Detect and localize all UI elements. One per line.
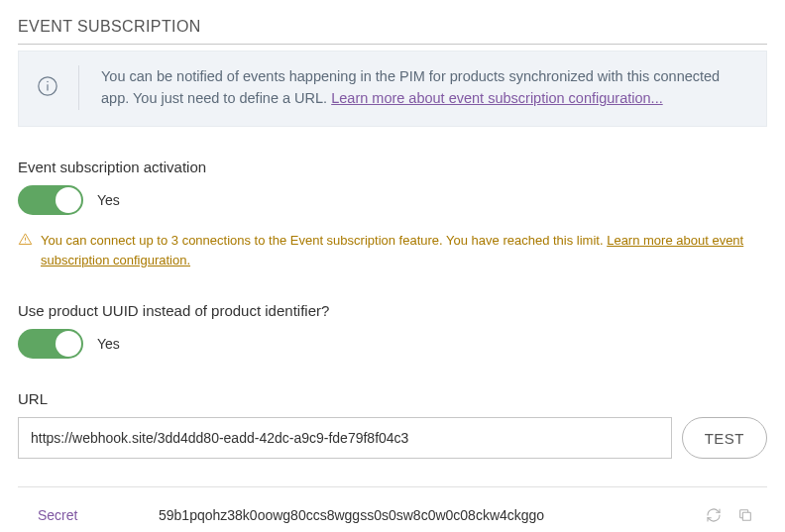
toggle-knob (56, 331, 81, 357)
regenerate-icon[interactable] (706, 507, 722, 523)
svg-point-2 (47, 81, 48, 82)
secret-table: Secret 59b1pqohz38k0oowg80ccs8wggss0s0sw… (18, 486, 767, 532)
secret-row: Secret 59b1pqohz38k0oowg80ccs8wggss0s0sw… (18, 487, 767, 532)
copy-icon[interactable] (737, 507, 753, 523)
uuid-toggle-label: Use product UUID instead of product iden… (18, 302, 767, 319)
info-learn-more-link[interactable]: Learn more about event subscription conf… (331, 90, 663, 106)
activation-toggle-state: Yes (97, 192, 120, 208)
uuid-toggle-state: Yes (97, 336, 120, 352)
secret-actions (706, 507, 761, 523)
secret-value: 59b1pqohz38k0oowg80ccs8wggss0s0sw8c0w0c0… (159, 507, 706, 523)
activation-label: Event subscription activation (18, 159, 767, 175)
info-text: You can be notified of events happening … (101, 65, 748, 110)
url-input[interactable] (18, 417, 672, 459)
info-banner: You can be notified of events happening … (18, 51, 767, 127)
activation-toggle-row: Yes (18, 185, 767, 215)
svg-point-4 (25, 242, 26, 243)
url-row: TEST (18, 417, 767, 459)
uuid-toggle-row: Yes (18, 329, 767, 359)
connection-limit-warning: You can connect up to 3 connections to t… (18, 231, 767, 270)
svg-rect-5 (742, 513, 750, 521)
test-button[interactable]: TEST (682, 417, 767, 459)
page-title: EVENT SUBSCRIPTION (18, 18, 767, 36)
warning-text-body: You can connect up to 3 connections to t… (41, 233, 607, 248)
url-label: URL (18, 390, 767, 407)
activation-toggle[interactable] (18, 185, 83, 215)
secret-label: Secret (38, 507, 159, 523)
warning-icon (18, 232, 33, 253)
title-divider (18, 44, 767, 45)
uuid-toggle[interactable] (18, 329, 83, 359)
info-icon (37, 75, 58, 100)
warning-text: You can connect up to 3 connections to t… (41, 231, 767, 270)
toggle-knob (56, 187, 81, 213)
info-icon-wrap (37, 65, 79, 110)
